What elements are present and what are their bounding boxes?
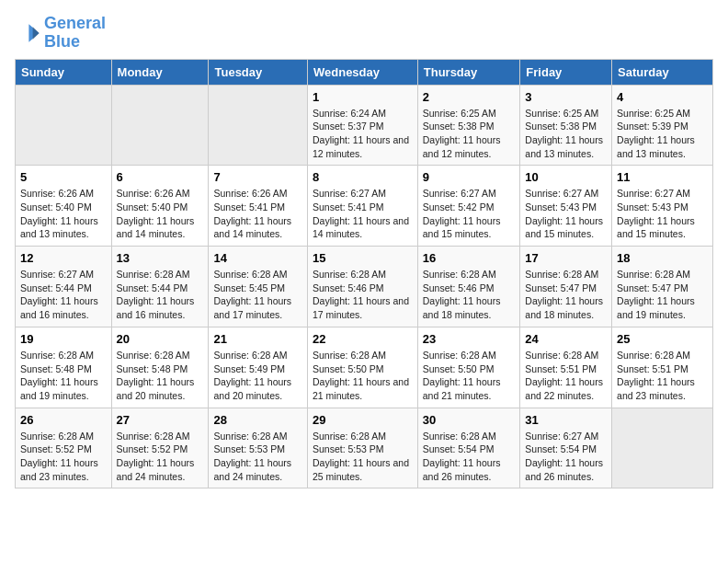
day-number: 19 bbox=[20, 332, 107, 346]
calendar-cell: 23Sunrise: 6:28 AMSunset: 5:50 PMDayligh… bbox=[417, 327, 520, 408]
calendar-cell bbox=[16, 85, 112, 166]
calendar-cell: 14Sunrise: 6:28 AMSunset: 5:45 PMDayligh… bbox=[209, 247, 308, 327]
day-info: Sunrise: 6:28 AMSunset: 5:46 PMDaylight:… bbox=[423, 268, 516, 322]
day-info: Sunrise: 6:28 AMSunset: 5:51 PMDaylight:… bbox=[525, 349, 607, 403]
day-info: Sunrise: 6:27 AMSunset: 5:44 PMDaylight:… bbox=[20, 268, 107, 322]
day-number: 29 bbox=[313, 413, 413, 427]
calendar-cell: 17Sunrise: 6:28 AMSunset: 5:47 PMDayligh… bbox=[520, 247, 612, 327]
calendar-cell: 26Sunrise: 6:28 AMSunset: 5:52 PMDayligh… bbox=[16, 408, 112, 488]
calendar-cell: 27Sunrise: 6:28 AMSunset: 5:52 PMDayligh… bbox=[111, 408, 209, 488]
day-info: Sunrise: 6:26 AMSunset: 5:40 PMDaylight:… bbox=[20, 187, 107, 241]
calendar-cell: 8Sunrise: 6:27 AMSunset: 5:41 PMDaylight… bbox=[307, 166, 417, 247]
calendar-cell: 16Sunrise: 6:28 AMSunset: 5:46 PMDayligh… bbox=[417, 247, 520, 327]
day-info: Sunrise: 6:28 AMSunset: 5:50 PMDaylight:… bbox=[313, 349, 413, 403]
day-number: 28 bbox=[213, 413, 302, 427]
day-number: 1 bbox=[313, 90, 413, 104]
day-number: 24 bbox=[525, 332, 607, 346]
calendar-cell: 2Sunrise: 6:25 AMSunset: 5:38 PMDaylight… bbox=[417, 85, 520, 166]
calendar-cell: 29Sunrise: 6:28 AMSunset: 5:53 PMDayligh… bbox=[307, 408, 417, 488]
day-info: Sunrise: 6:27 AMSunset: 5:43 PMDaylight:… bbox=[617, 187, 708, 241]
day-info: Sunrise: 6:28 AMSunset: 5:51 PMDaylight:… bbox=[617, 349, 708, 403]
day-number: 17 bbox=[525, 251, 607, 265]
day-info: Sunrise: 6:27 AMSunset: 5:41 PMDaylight:… bbox=[313, 187, 413, 241]
calendar-cell: 11Sunrise: 6:27 AMSunset: 5:43 PMDayligh… bbox=[612, 166, 713, 247]
day-number: 18 bbox=[617, 251, 708, 265]
day-info: Sunrise: 6:25 AMSunset: 5:38 PMDaylight:… bbox=[525, 107, 607, 161]
day-number: 14 bbox=[213, 251, 302, 265]
day-number: 5 bbox=[20, 170, 107, 184]
day-number: 15 bbox=[313, 251, 413, 265]
day-number: 23 bbox=[423, 332, 516, 346]
calendar-cell: 22Sunrise: 6:28 AMSunset: 5:50 PMDayligh… bbox=[307, 327, 417, 408]
day-number: 30 bbox=[423, 413, 516, 427]
day-number: 8 bbox=[313, 170, 413, 184]
day-info: Sunrise: 6:25 AMSunset: 5:39 PMDaylight:… bbox=[617, 107, 708, 161]
weekday-header-friday: Friday bbox=[520, 59, 612, 85]
calendar-cell: 5Sunrise: 6:26 AMSunset: 5:40 PMDaylight… bbox=[16, 166, 112, 247]
calendar-cell: 12Sunrise: 6:27 AMSunset: 5:44 PMDayligh… bbox=[16, 247, 112, 327]
day-number: 21 bbox=[213, 332, 302, 346]
weekday-header-tuesday: Tuesday bbox=[209, 59, 308, 85]
day-info: Sunrise: 6:26 AMSunset: 5:41 PMDaylight:… bbox=[213, 187, 302, 241]
day-number: 22 bbox=[313, 332, 413, 346]
day-info: Sunrise: 6:28 AMSunset: 5:52 PMDaylight:… bbox=[20, 430, 107, 484]
calendar-cell: 30Sunrise: 6:28 AMSunset: 5:54 PMDayligh… bbox=[417, 408, 520, 488]
calendar-cell: 31Sunrise: 6:27 AMSunset: 5:54 PMDayligh… bbox=[520, 408, 612, 488]
day-info: Sunrise: 6:28 AMSunset: 5:53 PMDaylight:… bbox=[313, 430, 413, 484]
calendar-cell: 13Sunrise: 6:28 AMSunset: 5:44 PMDayligh… bbox=[111, 247, 209, 327]
day-info: Sunrise: 6:28 AMSunset: 5:46 PMDaylight:… bbox=[313, 268, 413, 322]
day-info: Sunrise: 6:28 AMSunset: 5:47 PMDaylight:… bbox=[525, 268, 607, 322]
page-header: General Blue bbox=[15, 15, 713, 52]
day-info: Sunrise: 6:26 AMSunset: 5:40 PMDaylight:… bbox=[117, 187, 204, 241]
day-number: 11 bbox=[617, 170, 708, 184]
calendar-cell: 4Sunrise: 6:25 AMSunset: 5:39 PMDaylight… bbox=[612, 85, 713, 166]
day-info: Sunrise: 6:28 AMSunset: 5:54 PMDaylight:… bbox=[423, 430, 516, 484]
day-info: Sunrise: 6:28 AMSunset: 5:48 PMDaylight:… bbox=[117, 349, 204, 403]
calendar-cell: 3Sunrise: 6:25 AMSunset: 5:38 PMDaylight… bbox=[520, 85, 612, 166]
day-number: 4 bbox=[617, 90, 708, 104]
day-info: Sunrise: 6:24 AMSunset: 5:37 PMDaylight:… bbox=[313, 107, 413, 161]
weekday-header-saturday: Saturday bbox=[612, 59, 713, 85]
day-number: 3 bbox=[525, 90, 607, 104]
weekday-header-monday: Monday bbox=[111, 59, 209, 85]
calendar-cell: 7Sunrise: 6:26 AMSunset: 5:41 PMDaylight… bbox=[209, 166, 308, 247]
day-number: 7 bbox=[213, 170, 302, 184]
day-info: Sunrise: 6:28 AMSunset: 5:48 PMDaylight:… bbox=[20, 349, 107, 403]
calendar-cell: 24Sunrise: 6:28 AMSunset: 5:51 PMDayligh… bbox=[520, 327, 612, 408]
day-number: 2 bbox=[423, 90, 516, 104]
calendar-table: SundayMondayTuesdayWednesdayThursdayFrid… bbox=[15, 59, 713, 489]
logo-text: General Blue bbox=[44, 15, 106, 52]
day-info: Sunrise: 6:28 AMSunset: 5:50 PMDaylight:… bbox=[423, 349, 516, 403]
day-info: Sunrise: 6:28 AMSunset: 5:52 PMDaylight:… bbox=[117, 430, 204, 484]
calendar-cell: 6Sunrise: 6:26 AMSunset: 5:40 PMDaylight… bbox=[111, 166, 209, 247]
day-info: Sunrise: 6:27 AMSunset: 5:42 PMDaylight:… bbox=[423, 187, 516, 241]
calendar-cell: 1Sunrise: 6:24 AMSunset: 5:37 PMDaylight… bbox=[307, 85, 417, 166]
calendar-cell: 20Sunrise: 6:28 AMSunset: 5:48 PMDayligh… bbox=[111, 327, 209, 408]
day-info: Sunrise: 6:27 AMSunset: 5:43 PMDaylight:… bbox=[525, 187, 607, 241]
calendar-cell: 9Sunrise: 6:27 AMSunset: 5:42 PMDaylight… bbox=[417, 166, 520, 247]
day-number: 31 bbox=[525, 413, 607, 427]
weekday-header-sunday: Sunday bbox=[16, 59, 112, 85]
day-number: 20 bbox=[117, 332, 204, 346]
day-info: Sunrise: 6:28 AMSunset: 5:47 PMDaylight:… bbox=[617, 268, 708, 322]
day-number: 27 bbox=[117, 413, 204, 427]
day-number: 12 bbox=[20, 251, 107, 265]
day-info: Sunrise: 6:27 AMSunset: 5:54 PMDaylight:… bbox=[525, 430, 607, 484]
calendar-cell: 28Sunrise: 6:28 AMSunset: 5:53 PMDayligh… bbox=[209, 408, 308, 488]
day-number: 13 bbox=[117, 251, 204, 265]
day-number: 9 bbox=[423, 170, 516, 184]
logo-icon bbox=[15, 20, 40, 46]
day-info: Sunrise: 6:28 AMSunset: 5:45 PMDaylight:… bbox=[213, 268, 302, 322]
calendar-cell: 15Sunrise: 6:28 AMSunset: 5:46 PMDayligh… bbox=[307, 247, 417, 327]
day-info: Sunrise: 6:25 AMSunset: 5:38 PMDaylight:… bbox=[423, 107, 516, 161]
day-info: Sunrise: 6:28 AMSunset: 5:53 PMDaylight:… bbox=[213, 430, 302, 484]
day-number: 16 bbox=[423, 251, 516, 265]
weekday-header-wednesday: Wednesday bbox=[307, 59, 417, 85]
calendar-cell: 25Sunrise: 6:28 AMSunset: 5:51 PMDayligh… bbox=[612, 327, 713, 408]
weekday-header-thursday: Thursday bbox=[417, 59, 520, 85]
day-number: 26 bbox=[20, 413, 107, 427]
calendar-cell: 21Sunrise: 6:28 AMSunset: 5:49 PMDayligh… bbox=[209, 327, 308, 408]
calendar-cell: 10Sunrise: 6:27 AMSunset: 5:43 PMDayligh… bbox=[520, 166, 612, 247]
day-info: Sunrise: 6:28 AMSunset: 5:44 PMDaylight:… bbox=[117, 268, 204, 322]
calendar-cell bbox=[111, 85, 209, 166]
